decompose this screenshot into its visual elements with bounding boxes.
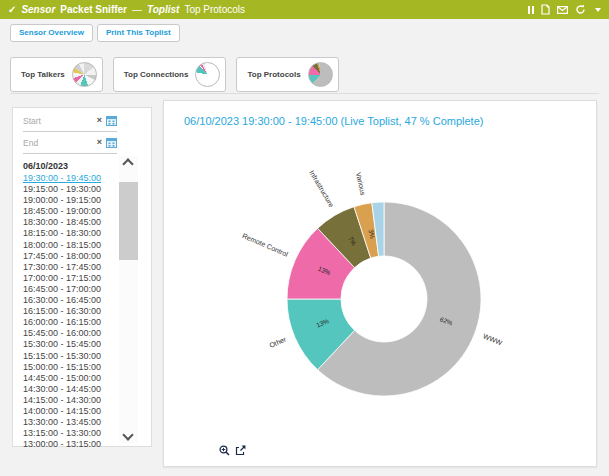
tab-top-connections[interactable]: Top Connections: [113, 57, 227, 92]
slice-label: Remote Control: [241, 232, 289, 258]
header-action-icons: [528, 4, 601, 15]
refresh-icon[interactable]: [575, 4, 586, 15]
scroll-down-icon[interactable]: [122, 429, 133, 440]
pie-chart-icon: [308, 62, 333, 87]
prtg-toplist-page: { "header": { "status_check": "✓", "obje…: [0, 0, 609, 476]
end-date-input[interactable]: [23, 138, 93, 148]
start-date-input[interactable]: [23, 116, 93, 126]
section-type-label: Toplist: [147, 4, 179, 15]
status-ok-icon: ✓: [8, 4, 16, 15]
pie-chart-icon: [195, 62, 220, 87]
end-date-row: ×: [23, 132, 117, 154]
scrollbar-thumb[interactable]: [119, 182, 138, 260]
calendar-icon[interactable]: [106, 137, 117, 148]
slice-label: Various: [355, 172, 367, 197]
toplist-tabs: Top Talkers Top Connections Top Protocol…: [10, 57, 339, 92]
chevron-down-icon[interactable]: [595, 8, 601, 12]
interval-scrollbar[interactable]: [119, 156, 138, 443]
object-type-label: Sensor: [21, 4, 55, 15]
print-toplist-button[interactable]: Print This Toplist: [97, 24, 180, 42]
slice-label: WWW: [482, 332, 503, 346]
clear-end-icon[interactable]: ×: [97, 138, 102, 147]
sensor-name: Packet Sniffer: [60, 4, 127, 15]
slice-label: Other: [268, 335, 287, 349]
report-icon[interactable]: [541, 4, 550, 15]
tab-top-protocols[interactable]: Top Protocols: [236, 57, 338, 92]
chart-tools: [219, 445, 246, 456]
toolbar: Sensor Overview Print This Toplist: [10, 24, 180, 42]
pause-icon[interactable]: [528, 6, 534, 14]
tab-label: Top Connections: [124, 70, 189, 79]
calendar-icon[interactable]: [106, 115, 117, 126]
tab-label: Top Talkers: [21, 70, 65, 79]
section-divider: [10, 93, 599, 94]
clear-start-icon[interactable]: ×: [97, 116, 102, 125]
tab-top-talkers[interactable]: Top Talkers: [10, 57, 103, 92]
sensor-header-bar: ✓ Sensor Packet Sniffer — Toplist Top Pr…: [0, 0, 609, 19]
scroll-up-icon[interactable]: [122, 158, 133, 169]
protocol-donut-chart: WWW62%Other13%Remote Control13%Infrastru…: [164, 101, 598, 468]
tab-label: Top Protocols: [247, 70, 300, 79]
email-icon[interactable]: [557, 6, 568, 14]
breadcrumb-separator: —: [132, 4, 142, 15]
sensor-overview-button[interactable]: Sensor Overview: [10, 24, 93, 42]
interval-filter-panel: × × 06/10/2023 19:30:00 - 19:45:0019:15:…: [12, 107, 152, 447]
pie-chart-icon: [72, 62, 97, 87]
toplist-chart-panel: 06/10/2023 19:30:00 - 19:45:00 (Live Top…: [163, 100, 597, 467]
start-date-row: ×: [23, 110, 117, 132]
slice-label: Infrastructure: [308, 169, 335, 208]
zoom-in-icon[interactable]: [219, 445, 230, 456]
page-title: Top Protocols: [184, 4, 245, 15]
open-external-icon[interactable]: [235, 445, 246, 456]
